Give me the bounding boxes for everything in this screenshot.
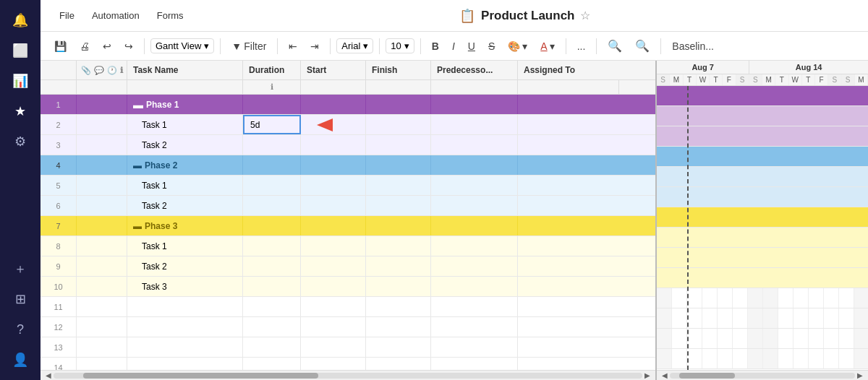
finish-cell[interactable] [366,176,431,195]
task-name-cell[interactable]: Task 1 [127,176,243,195]
assigned-cell[interactable] [518,216,619,236]
task-name-cell[interactable]: Task 2 [127,256,243,276]
view-selector[interactable]: Gantt View ▾ [150,38,214,53]
favorite-star-icon[interactable]: ☆ [580,9,590,22]
duration-cell[interactable] [243,297,301,316]
start-cell[interactable] [301,358,366,370]
assigned-cell[interactable] [518,196,619,215]
finish-cell[interactable] [366,256,431,276]
predecessor-cell[interactable] [431,196,518,215]
finish-cell[interactable] [366,115,431,134]
assigned-cell[interactable] [518,176,619,195]
finish-cell[interactable] [366,337,431,357]
scroll-track[interactable] [54,373,642,379]
task-name-cell[interactable]: ▬ Phase 2 [127,155,243,175]
duration-cell[interactable] [243,95,301,114]
finish-cell[interactable] [366,95,431,114]
predecessor-cell[interactable] [431,277,518,296]
predecessor-cell[interactable] [431,176,518,195]
duration-cell[interactable] [243,337,301,357]
table-row[interactable]: 12 [41,317,655,337]
start-cell[interactable] [301,155,366,175]
task-name-cell[interactable]: Task 2 [127,135,243,155]
finish-cell[interactable] [366,135,431,155]
predecessor-cell[interactable] [431,337,518,357]
gantt-scroll-thumb[interactable] [679,373,735,379]
gantt-scroll-left-arrow[interactable]: ◀ [660,371,670,379]
collapse-icon[interactable]: ▬ [133,221,142,231]
sidebar-chart-icon[interactable]: 📊 [7,68,33,94]
sidebar-star-icon[interactable]: ★ [7,98,33,124]
assigned-cell[interactable] [518,297,619,316]
table-row[interactable]: 14 [41,358,655,370]
scroll-thumb[interactable] [83,373,319,379]
table-row[interactable]: 10 Task 3 [41,277,655,297]
font-selector[interactable]: Arial ▾ [336,38,373,53]
table-row[interactable]: 5 Task 1 [41,176,655,196]
duration-cell[interactable] [243,216,301,236]
task-name-cell[interactable]: ▬ Phase 1 [127,95,243,114]
finish-cell[interactable] [366,297,431,316]
assigned-cell[interactable] [518,337,619,357]
task-name-cell[interactable] [127,337,243,357]
print-button[interactable]: 🖨 [75,38,95,54]
table-row[interactable]: 6 Task 2 [41,196,655,216]
duration-cell[interactable] [243,155,301,175]
duration-cell[interactable] [243,176,301,195]
table-row[interactable]: 2 Task 1 5d [41,115,655,135]
start-cell[interactable] [301,337,366,357]
table-row[interactable]: 11 [41,297,655,317]
task-name-cell[interactable] [127,317,243,337]
collapse-icon[interactable]: ▬ [133,99,143,111]
duration-cell[interactable] [243,317,301,337]
assigned-cell[interactable] [518,236,619,256]
duration-cell[interactable]: 5d [243,115,301,134]
task-name-cell[interactable]: Task 1 [127,236,243,256]
table-row[interactable]: 9 Task 2 [41,256,655,277]
start-cell[interactable] [301,297,366,316]
table-row[interactable]: 13 [41,337,655,358]
strikethrough-button[interactable]: S [483,38,500,54]
bold-button[interactable]: B [427,38,444,54]
more-button[interactable]: ... [572,38,591,54]
gantt-scroll-right-arrow[interactable]: ▶ [855,371,865,379]
table-row[interactable]: 4 ▬ Phase 2 [41,155,655,176]
start-cell[interactable] [301,277,366,296]
finish-cell[interactable] [366,277,431,296]
sidebar-home-icon[interactable]: ⬜ [7,38,33,64]
predecessor-cell[interactable] [431,256,518,276]
sidebar-grid-icon[interactable]: ⊞ [7,286,33,312]
predecessor-cell[interactable] [431,236,518,256]
task-name-cell[interactable] [127,358,243,370]
zoom-out-button[interactable]: 🔍 [603,37,627,55]
sidebar-user-icon[interactable]: 👤 [7,347,33,373]
duration-cell[interactable] [243,358,301,370]
assigned-cell[interactable] [518,256,619,276]
redo-button[interactable]: ↪ [119,38,138,54]
duration-info-icon[interactable]: ℹ [271,82,273,92]
table-row[interactable]: 3 Task 2 [41,135,655,155]
table-row[interactable]: 1 ▬ Phase 1 [41,95,655,115]
duration-cell[interactable] [243,196,301,215]
task-name-cell[interactable] [127,297,243,316]
text-color-button[interactable]: A ▾ [535,38,559,54]
predecessor-cell[interactable] [431,115,518,134]
menu-forms[interactable]: Forms [150,7,191,24]
scroll-left-arrow[interactable]: ◀ [43,371,54,379]
indent-button[interactable]: ⇥ [305,38,324,54]
start-cell[interactable] [301,196,366,215]
assigned-cell[interactable] [518,135,619,155]
zoom-in-button[interactable]: 🔍 [630,37,655,55]
finish-cell[interactable] [366,216,431,236]
table-row[interactable]: 8 Task 1 [41,236,655,256]
task-name-cell[interactable]: Task 1 [127,115,243,134]
start-cell[interactable] [301,115,366,134]
sidebar-help-icon[interactable]: ? [7,316,33,342]
finish-cell[interactable] [366,155,431,175]
assigned-cell[interactable] [518,115,619,134]
underline-button[interactable]: U [463,38,480,54]
fill-color-button[interactable]: 🎨 ▾ [503,38,532,54]
predecessor-cell[interactable] [431,358,518,370]
finish-cell[interactable] [366,236,431,256]
sidebar-apps-icon[interactable]: ⚙ [7,129,33,155]
